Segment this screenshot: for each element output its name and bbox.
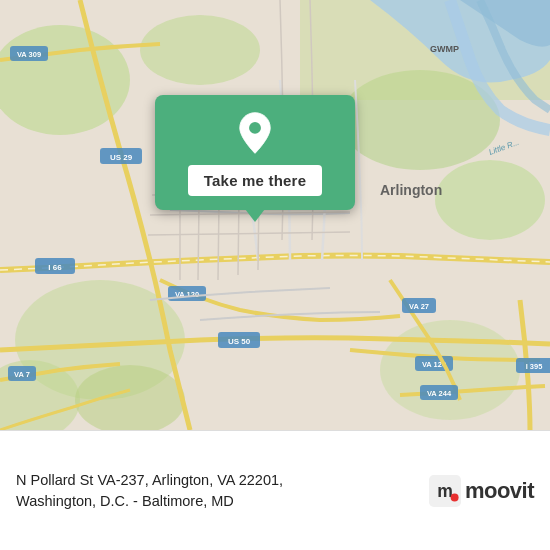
take-me-there-button[interactable]: Take me there — [188, 165, 322, 196]
svg-point-4 — [435, 160, 545, 240]
svg-text:I 66: I 66 — [48, 263, 62, 272]
moovit-brand-icon: m — [429, 475, 461, 507]
svg-text:m: m — [437, 481, 453, 501]
svg-text:US 29: US 29 — [110, 153, 133, 162]
moovit-wordmark: m moovit — [429, 475, 534, 507]
address-block: N Pollard St VA-237, Arlington, VA 22201… — [16, 470, 429, 511]
svg-point-2 — [140, 15, 260, 85]
svg-text:Arlington: Arlington — [380, 182, 442, 198]
svg-text:GWMP: GWMP — [430, 44, 459, 54]
svg-text:VA 27: VA 27 — [409, 302, 429, 311]
moovit-logo: m moovit — [429, 475, 534, 507]
svg-point-36 — [450, 493, 458, 501]
svg-text:VA 7: VA 7 — [14, 370, 30, 379]
svg-text:VA 244: VA 244 — [427, 389, 452, 398]
info-bar: N Pollard St VA-237, Arlington, VA 22201… — [0, 430, 550, 550]
popup-card[interactable]: Take me there — [155, 95, 355, 210]
svg-text:US 50: US 50 — [228, 337, 251, 346]
address-text: N Pollard St VA-237, Arlington, VA 22201… — [16, 470, 429, 511]
svg-text:I 395: I 395 — [526, 362, 543, 371]
moovit-brand-name: moovit — [465, 478, 534, 504]
svg-text:VA 309: VA 309 — [17, 50, 41, 59]
map-background: I 66 US 29 US 50 VA 120 VA 120 VA 27 VA … — [0, 0, 550, 430]
map-container: I 66 US 29 US 50 VA 120 VA 120 VA 27 VA … — [0, 0, 550, 430]
svg-point-33 — [249, 122, 261, 134]
location-pin-icon — [233, 111, 277, 155]
